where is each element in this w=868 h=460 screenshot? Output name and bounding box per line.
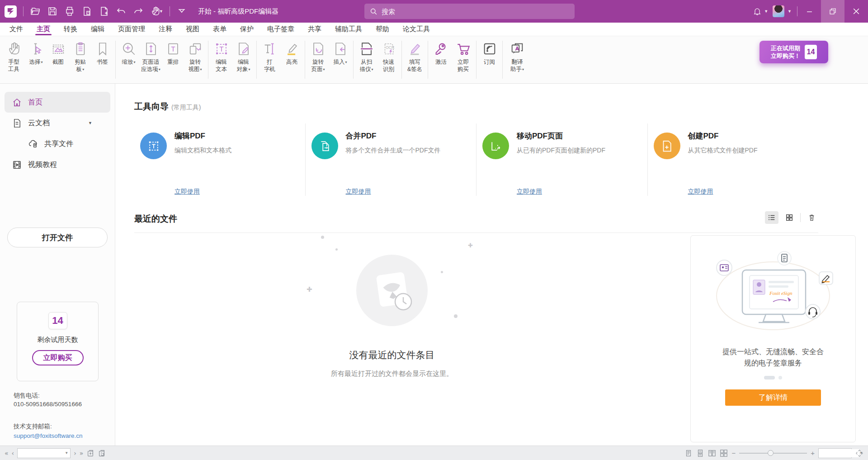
new-doc-icon[interactable]: [99, 6, 109, 17]
export-doc-icon[interactable]: [81, 6, 92, 17]
quick-ocr-button[interactable]: OCR 快速识别: [377, 40, 400, 73]
menu-esign[interactable]: 电子签章: [260, 23, 301, 36]
trial-badge[interactable]: 正在试用期 立即购买！ 14: [760, 41, 828, 63]
menu-comment[interactable]: 注释: [152, 23, 179, 36]
card-desc: 编辑文档和文本格式: [175, 147, 231, 155]
dropdown-caret-icon[interactable]: ▼: [88, 121, 92, 125]
page-number-input[interactable]: [18, 449, 65, 457]
menu-convert[interactable]: 转换: [57, 23, 84, 36]
undo-icon[interactable]: [116, 6, 127, 17]
page-number-combo[interactable]: ▼: [17, 448, 71, 458]
zoom-button[interactable]: 缩放▾: [118, 40, 140, 66]
menu-home[interactable]: 主页: [30, 23, 57, 36]
from-scanner-button[interactable]: 从扫描仪▾: [355, 40, 377, 73]
use-now-link[interactable]: 立即使用: [175, 188, 200, 196]
buy-now-button[interactable]: 立即购买: [452, 40, 474, 73]
bookmark-button[interactable]: 书签: [91, 40, 113, 66]
menu-form[interactable]: 表单: [206, 23, 233, 36]
rotate-view-button[interactable]: 旋转视图▾: [184, 40, 206, 73]
carousel-dots[interactable]: [691, 376, 855, 379]
zoom-level-combo[interactable]: ▼: [818, 448, 852, 458]
menu-paper-tools[interactable]: 论文工具: [396, 23, 437, 36]
translate-assistant-button[interactable]: 翻译助手▾: [505, 40, 530, 73]
zoom-slider[interactable]: [739, 453, 807, 454]
card-move-pdf-pages[interactable]: 移动PDF页面 从已有的PDF页面创建新的PDF 立即使用: [476, 123, 647, 196]
rotate-pages-button[interactable]: 旋转页面▾: [307, 40, 329, 73]
menu-edit[interactable]: 编辑: [84, 23, 111, 36]
open-file-button[interactable]: 打开文件: [7, 228, 108, 247]
highlight-button[interactable]: 高亮: [281, 40, 303, 66]
first-page-button[interactable]: «: [5, 450, 9, 457]
use-now-link[interactable]: 立即使用: [688, 188, 713, 196]
zoom-in-button[interactable]: +: [811, 449, 815, 457]
foxit-logo-icon[interactable]: [5, 5, 17, 18]
print-icon[interactable]: [64, 6, 75, 17]
dropdown-caret-icon[interactable]: ▼: [788, 9, 792, 14]
card-create-pdf[interactable]: 创建PDF 从其它格式文件创建PDF 立即使用: [647, 123, 819, 196]
edit-object-button[interactable]: 编辑对象▾: [232, 40, 255, 73]
edit-text-button[interactable]: 编辑文本: [210, 40, 232, 73]
previous-page-button[interactable]: ‹: [12, 450, 14, 457]
clipboard-tool-icon[interactable]: [98, 449, 106, 457]
use-now-link[interactable]: 立即使用: [517, 188, 542, 196]
last-page-button[interactable]: »: [80, 450, 84, 457]
sidebar-item-shared-files[interactable]: 共享文件: [0, 133, 115, 154]
menu-accessibility[interactable]: 辅助工具: [328, 23, 369, 36]
facing-continuous-view-icon[interactable]: [720, 449, 728, 457]
grid-view-button[interactable]: [783, 211, 796, 224]
page-fit-button[interactable]: 页面适应选项▾: [140, 40, 162, 73]
customize-toolbar-icon[interactable]: [176, 6, 187, 17]
menu-share[interactable]: 共享: [301, 23, 328, 36]
use-now-link[interactable]: 立即使用: [346, 188, 371, 196]
snapshot-tool-icon[interactable]: [86, 449, 94, 457]
insert-pages-button[interactable]: 插入▾: [329, 40, 351, 66]
user-avatar[interactable]: [773, 5, 784, 17]
close-button[interactable]: [844, 0, 868, 23]
zoom-level-input[interactable]: [819, 449, 859, 457]
notification-bell-icon[interactable]: [753, 7, 762, 16]
menu-help[interactable]: 帮助: [369, 23, 396, 36]
sidebar-item-cloud-docs[interactable]: 云文档 ▼: [0, 113, 115, 133]
hand-tool-quick[interactable]: ▼: [150, 6, 163, 17]
dropdown-caret-icon[interactable]: ▼: [764, 9, 768, 14]
single-page-view-icon[interactable]: [684, 449, 693, 457]
subscribe-button[interactable]: 订阅: [478, 40, 500, 66]
select-button[interactable]: 选择▾: [25, 40, 47, 66]
card-merge-pdf[interactable]: 合并PDF 将多个文件合并生成一个PDF文件 立即使用: [305, 123, 476, 196]
redo-icon[interactable]: [133, 6, 144, 17]
clipboard-button[interactable]: 剪贴板▾: [69, 40, 91, 73]
clear-recent-button[interactable]: [805, 211, 818, 224]
learn-more-button[interactable]: 了解详情: [725, 389, 821, 406]
menu-page-manage[interactable]: 页面管理: [111, 23, 152, 36]
zoom-slider-thumb[interactable]: [768, 450, 774, 456]
menu-view[interactable]: 视图: [179, 23, 206, 36]
minimize-button[interactable]: [797, 0, 821, 23]
reflow-button[interactable]: 重排: [162, 40, 184, 66]
sidebar-item-home[interactable]: 首页: [5, 92, 110, 113]
restore-window-button[interactable]: [821, 0, 844, 23]
search-input[interactable]: [382, 8, 553, 15]
activate-button[interactable]: 激活: [430, 40, 452, 66]
hand-tool-button[interactable]: 手型工具: [3, 40, 25, 73]
facing-view-icon[interactable]: [708, 449, 716, 457]
open-file-icon[interactable]: [30, 6, 41, 17]
buy-now-pill-button[interactable]: 立即购买: [32, 350, 84, 365]
support-email-link[interactable]: support@foxitsoftware.cn: [14, 432, 83, 440]
carousel-dot[interactable]: [778, 376, 782, 379]
menu-file[interactable]: 文件: [3, 23, 30, 36]
search-box[interactable]: [364, 4, 575, 19]
menu-protect[interactable]: 保护: [233, 23, 260, 36]
zoom-out-button[interactable]: −: [731, 449, 736, 457]
list-view-button[interactable]: [765, 211, 778, 224]
snapshot-button[interactable]: 截图: [47, 40, 69, 66]
sidebar-item-video-tutorials[interactable]: 视频教程: [0, 154, 115, 175]
fullscreen-icon[interactable]: [855, 449, 863, 457]
carousel-dot-active[interactable]: [764, 376, 775, 379]
dropdown-caret-icon[interactable]: ▼: [65, 451, 70, 455]
card-edit-pdf[interactable]: 编辑PDF 编辑文档和文本格式 立即使用: [134, 123, 305, 196]
save-icon[interactable]: [47, 6, 58, 17]
typewriter-button[interactable]: 打字机: [259, 40, 281, 73]
continuous-view-icon[interactable]: [696, 449, 704, 457]
next-page-button[interactable]: ›: [74, 450, 76, 457]
fill-sign-button[interactable]: 填写&签名: [404, 40, 426, 73]
